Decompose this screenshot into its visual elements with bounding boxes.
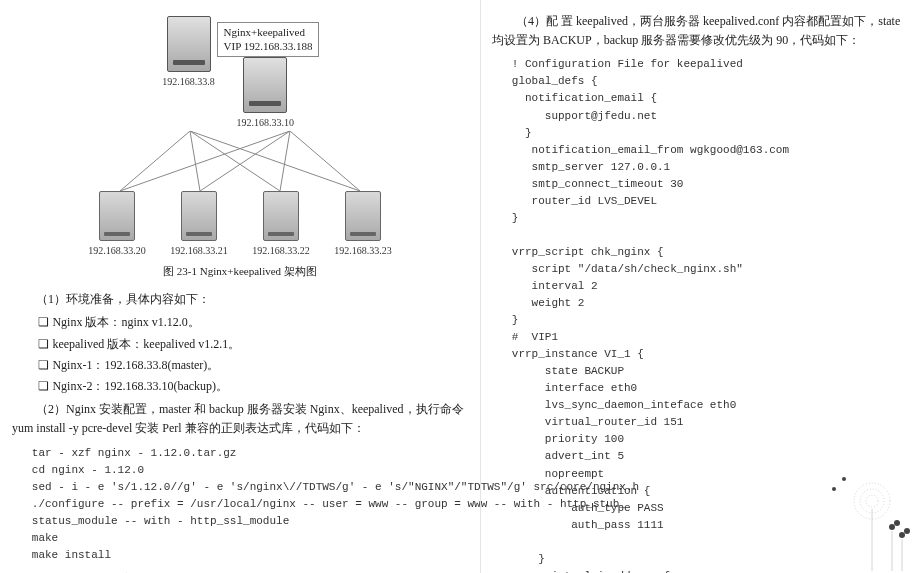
- page-divider: [480, 0, 481, 573]
- svg-line-3: [190, 131, 360, 191]
- page-spread: 192.168.33.8 Nginx+keepalived VIP 192.16…: [0, 0, 918, 573]
- ip-label: 192.168.33.22: [252, 243, 310, 259]
- paragraph: （1）环境准备，具体内容如下：: [12, 290, 468, 309]
- diagram-connections: [80, 131, 400, 191]
- ip-label: 192.168.33.21: [170, 243, 228, 259]
- svg-line-1: [190, 131, 200, 191]
- left-page: 192.168.33.8 Nginx+keepalived VIP 192.16…: [0, 0, 480, 573]
- list-item: keepalived 版本：keepalived v1.2.1。: [38, 335, 468, 354]
- list-item: Nginx-2：192.168.33.10(backup)。: [38, 377, 468, 396]
- ip-label: 192.168.33.8: [162, 74, 215, 90]
- diagram-caption: 图 23-1 Nginx+keepalived 架构图: [12, 263, 468, 281]
- list-item: Nginx-1：192.168.33.8(master)。: [38, 356, 468, 375]
- ip-label: 192.168.33.23: [334, 243, 392, 259]
- server-icon: [181, 191, 217, 241]
- svg-line-4: [120, 131, 290, 191]
- ip-label: 192.168.33.10: [237, 115, 295, 131]
- code-block: tar - xzf nginx - 1.12.0.tar.gz cd nginx…: [32, 445, 468, 564]
- right-page: （4）配 置 keepalived，两台服务器 keepalived.conf …: [480, 0, 918, 573]
- vip-line2: VIP 192.168.33.188: [224, 39, 313, 53]
- architecture-diagram: 192.168.33.8 Nginx+keepalived VIP 192.16…: [12, 16, 468, 280]
- svg-line-0: [120, 131, 190, 191]
- server-icon: [243, 57, 287, 113]
- list-item: Nginx 版本：nginx v1.12.0。: [38, 313, 468, 332]
- server-icon: [345, 191, 381, 241]
- paragraph: （4）配 置 keepalived，两台服务器 keepalived.conf …: [492, 12, 906, 50]
- server-icon: [167, 16, 211, 72]
- vip-label-box: Nginx+keepalived VIP 192.168.33.188: [217, 22, 320, 57]
- ip-label: 192.168.33.20: [88, 243, 146, 259]
- vip-line1: Nginx+keepalived: [224, 25, 313, 39]
- code-block: ! Configuration File for keepalived glob…: [512, 56, 906, 573]
- paragraph: （2）Nginx 安装配置，master 和 backup 服务器安装 Ngin…: [12, 400, 468, 438]
- svg-line-7: [290, 131, 360, 191]
- svg-line-6: [280, 131, 290, 191]
- server-icon: [263, 191, 299, 241]
- server-icon: [99, 191, 135, 241]
